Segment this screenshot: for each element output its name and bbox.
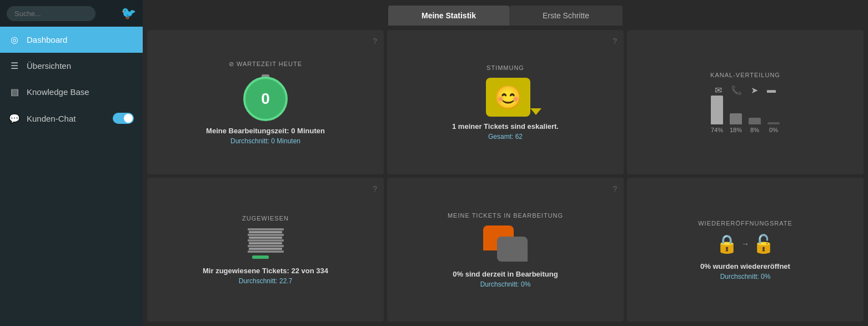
bearbeitung-avg: Durchschnitt: 0% xyxy=(480,280,531,288)
bar-other-bar xyxy=(767,122,780,124)
bar-email-bar xyxy=(711,96,723,124)
bars-wrapper: 74% 18% 8% 0% xyxy=(711,100,780,133)
card-title-wiederoeffnung: WIEDERERÖFFNUNGSRATE xyxy=(698,220,792,227)
timer-value: 0 xyxy=(261,90,270,108)
card-wiederoeffnung: WIEDERERÖFFNUNGSRATE 🔒 → 🔓 0% wurden wie… xyxy=(627,178,864,322)
bar-phone-pct: 18% xyxy=(730,127,742,133)
sidebar-item-label: Knowledge Base xyxy=(27,87,134,97)
help-icon-zugewiesen[interactable]: ? xyxy=(373,184,377,193)
timer-wrapper: 0 xyxy=(243,74,288,121)
bar-chat-pct: 8% xyxy=(750,127,759,133)
smiley-wrapper: 😊 xyxy=(486,78,525,117)
smiley-tail xyxy=(530,108,541,115)
sidebar-item-ubersichten[interactable]: ☰ Übersichten xyxy=(0,53,143,79)
green-accent-bar xyxy=(252,255,269,259)
dashboard-icon: ◎ xyxy=(9,34,20,45)
bar-phone: 18% xyxy=(730,113,742,133)
stimmung-line1: 1 meiner Tickets sind eskaliert. xyxy=(452,122,559,131)
sidebar-item-kunden-chat[interactable]: 💬 Kunden-Chat xyxy=(0,105,143,132)
logo-icon: 🐦 xyxy=(121,6,136,21)
card-wartezeit: ⊘ WARTEZEIT HEUTE ? 0 Meine Bearbeitungs… xyxy=(147,30,384,174)
card-stimmung: STIMMUNG ? 😊 1 meiner Tickets sind eskal… xyxy=(387,30,624,174)
timer-circle: 0 xyxy=(243,77,288,121)
sidebar-item-dashboard[interactable]: ◎ Dashboard xyxy=(0,27,143,53)
dashboard-grid: ⊘ WARTEZEIT HEUTE ? 0 Meine Bearbeitungs… xyxy=(143,26,868,326)
zugewiesen-avg: Durchschnitt: 22.7 xyxy=(239,277,293,285)
other-channel-icon: ▬ xyxy=(767,85,776,96)
chat-channel-icon: ➤ xyxy=(751,85,758,96)
sidebar-item-label: Übersichten xyxy=(27,61,134,71)
arrow-right-icon: → xyxy=(741,239,749,248)
ubersichten-icon: ☰ xyxy=(9,61,20,71)
bar-email: 74% xyxy=(711,96,723,133)
help-icon-wartezeit[interactable]: ? xyxy=(373,37,377,46)
bar-phone-bar xyxy=(730,113,742,124)
sidebar-item-knowledge-base[interactable]: ▤ Knowledge Base xyxy=(0,79,143,105)
sidebar-header: 🐦 xyxy=(0,0,143,27)
email-channel-icon: ✉ xyxy=(715,85,722,96)
bubble-gray xyxy=(497,237,528,262)
sidebar: 🐦 ◎ Dashboard ☰ Übersichten ▤ Knowledge … xyxy=(0,0,143,326)
kunden-chat-icon: 💬 xyxy=(9,113,20,124)
kunden-chat-toggle[interactable] xyxy=(113,113,134,124)
card-title-wartezeit: ⊘ WARTEZEIT HEUTE xyxy=(229,61,302,68)
wiederoeffnung-label: 0% wurden wiedereröffnet xyxy=(700,262,790,270)
help-icon-bearbeitung[interactable]: ? xyxy=(613,184,617,193)
bearbeitung-label: 0% sind derzeit in Bearbeitung xyxy=(453,270,558,278)
lock-open-icon: 🔓 xyxy=(752,233,775,254)
stimmung-line2: Gesamt: 62 xyxy=(488,133,523,141)
card-title-zugewiesen: ZUGEWIESEN xyxy=(242,215,289,222)
card-zugewiesen: ZUGEWIESEN ? Mir zugewiesene Tickets: 22… xyxy=(147,178,384,322)
wiederoeffnung-avg: Durchschnitt: 0% xyxy=(720,273,771,280)
card-title-bearbeitung: MEINE TICKETS IN BEARBEITUNG xyxy=(448,212,563,219)
wartezeit-avg: Durchschnitt: 0 Minuten xyxy=(230,137,300,145)
locks-wrapper: 🔒 → 🔓 xyxy=(716,233,775,254)
sidebar-item-label: Kunden-Chat xyxy=(27,114,106,123)
phone-channel-icon: 📞 xyxy=(731,85,742,96)
main-content: Meine Statistik Erste Schritte ⊘ WARTEZE… xyxy=(143,0,868,326)
wartezeit-label: Meine Bearbeitungszeit: 0 Minuten xyxy=(206,127,325,135)
lock-closed-icon: 🔒 xyxy=(716,233,738,254)
bubbles-wrapper xyxy=(480,225,530,264)
papers-wrapper xyxy=(248,228,284,259)
bar-chat: 8% xyxy=(749,118,761,133)
bar-email-pct: 74% xyxy=(711,127,723,133)
smiley-box: 😊 xyxy=(486,78,530,117)
bar-other: 0% xyxy=(767,122,780,133)
search-input[interactable] xyxy=(7,6,96,21)
card-title-stimmung: STIMMUNG xyxy=(486,64,524,71)
channel-icons: ✉ 📞 ➤ ▬ xyxy=(715,85,776,96)
zugewiesen-label: Mir zugewiesene Tickets: 22 von 334 xyxy=(203,267,328,275)
bar-other-pct: 0% xyxy=(769,127,778,133)
tab-erste-schritte[interactable]: Erste Schritte xyxy=(509,6,623,26)
card-bearbeitung: MEINE TICKETS IN BEARBEITUNG ? 0% sind d… xyxy=(387,178,624,322)
card-title-kanal: KANAL-VERTEILUNG xyxy=(710,72,780,78)
sidebar-item-label: Dashboard xyxy=(27,35,134,44)
tab-meine-statistik[interactable]: Meine Statistik xyxy=(388,6,509,26)
card-kanal: KANAL-VERTEILUNG ✉ 📞 ➤ ▬ 74% 18% 8% xyxy=(627,30,864,174)
tab-bar: Meine Statistik Erste Schritte xyxy=(143,0,868,26)
bar-chat-bar xyxy=(749,118,761,124)
knowledge-base-icon: ▤ xyxy=(9,87,20,97)
help-icon-stimmung[interactable]: ? xyxy=(613,37,617,46)
